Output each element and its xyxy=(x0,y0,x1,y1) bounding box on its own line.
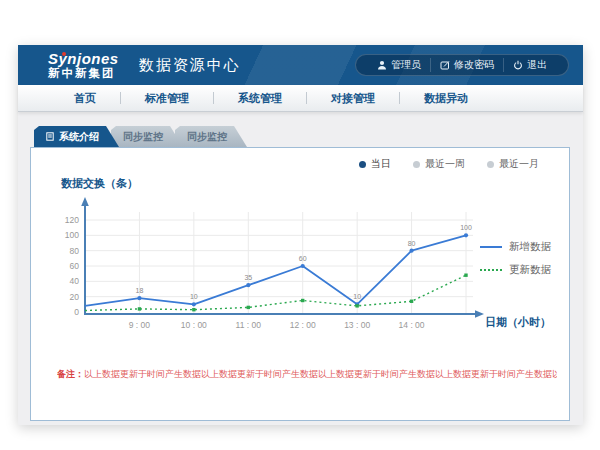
app-window: Synjones 新中新集团 数据资源中心 管理员修改密码退出 首页标准管理系统… xyxy=(18,45,583,425)
svg-text:11 : 00: 11 : 00 xyxy=(236,320,262,330)
page-background: Synjones 新中新集团 数据资源中心 管理员修改密码退出 首页标准管理系统… xyxy=(0,0,600,450)
main-nav: 首页标准管理系统管理对接管理数据异动 xyxy=(18,85,583,112)
chart-legend: 新增数据更新数据 xyxy=(480,240,551,277)
user-icon xyxy=(377,60,387,70)
nav-item-3[interactable]: 系统管理 xyxy=(214,91,306,106)
radio-unselected-icon xyxy=(487,161,494,168)
svg-text:10: 10 xyxy=(190,293,198,300)
svg-text:100: 100 xyxy=(460,224,472,231)
svg-text:60: 60 xyxy=(299,255,307,262)
time-range-options: 当日最近一周最近一月 xyxy=(43,156,557,172)
legend-item-1: 新增数据 xyxy=(480,240,551,254)
x-axis-title: 日期（小时） xyxy=(485,315,551,330)
legend-label: 更新数据 xyxy=(509,263,551,277)
logout-button[interactable]: 退出 xyxy=(503,58,556,72)
logo-text-cn: 新中新集团 xyxy=(48,67,119,79)
radio-unselected-icon xyxy=(413,161,420,168)
nav-item-2[interactable]: 标准管理 xyxy=(121,91,213,106)
svg-text:10 : 00: 10 : 00 xyxy=(181,320,207,330)
range-option-label: 最近一月 xyxy=(499,157,539,171)
dotted-line-swatch xyxy=(480,269,502,271)
app-title: 数据资源中心 xyxy=(139,56,241,75)
solid-line-swatch xyxy=(480,246,502,248)
app-header: Synjones 新中新集团 数据资源中心 管理员修改密码退出 xyxy=(18,45,583,85)
range-option-label: 当日 xyxy=(371,157,391,171)
nav-item-1[interactable]: 首页 xyxy=(50,91,120,106)
svg-text:60: 60 xyxy=(70,261,80,271)
svg-text:13 : 00: 13 : 00 xyxy=(344,320,370,330)
svg-text:12 : 00: 12 : 00 xyxy=(290,320,316,330)
tab-2[interactable]: 同步监控 xyxy=(111,126,183,147)
svg-text:0: 0 xyxy=(74,307,79,317)
logout-button-label: 退出 xyxy=(527,58,547,72)
chart-container: 0204060801001209 : 0010 : 0011 : 0012 : … xyxy=(43,194,557,354)
nav-item-4[interactable]: 对接管理 xyxy=(307,91,399,106)
svg-text:80: 80 xyxy=(70,246,80,256)
tab-label: 同步监控 xyxy=(123,130,163,144)
footnote-text: 以上数据更新于时间产生数据以上数据更新于时间产生数据以上数据更新于时间产生数据以… xyxy=(84,369,557,379)
footnote-label: 备注： xyxy=(57,369,84,379)
footnote: 备注：以上数据更新于时间产生数据以上数据更新于时间产生数据以上数据更新于时间产生… xyxy=(57,368,557,381)
svg-text:100: 100 xyxy=(65,230,79,240)
range-option-3[interactable]: 最近一月 xyxy=(487,157,539,171)
svg-text:120: 120 xyxy=(65,215,79,225)
current-user-label: 管理员 xyxy=(391,58,421,72)
legend-item-2: 更新数据 xyxy=(480,263,551,277)
change-password-button-label: 修改密码 xyxy=(454,58,494,72)
tab-label: 同步监控 xyxy=(187,130,227,144)
svg-text:14 : 00: 14 : 00 xyxy=(399,320,425,330)
user-menu: 管理员修改密码退出 xyxy=(355,54,569,76)
svg-text:40: 40 xyxy=(70,276,80,286)
svg-text:9 : 00: 9 : 00 xyxy=(129,320,151,330)
tab-label: 系统介绍 xyxy=(59,130,99,144)
range-option-label: 最近一周 xyxy=(425,157,465,171)
edit-icon xyxy=(440,60,450,70)
tab-bar: 系统介绍同步监控同步监控 xyxy=(34,126,583,147)
logo-text-en: Synjones xyxy=(48,51,119,67)
y-axis-title: 数据交换（条） xyxy=(61,176,557,192)
synjones-logo: Synjones 新中新集团 xyxy=(48,51,119,79)
svg-text:35: 35 xyxy=(244,274,252,281)
document-icon xyxy=(46,132,54,141)
svg-text:18: 18 xyxy=(136,287,144,294)
radio-selected-icon xyxy=(359,161,366,168)
line-chart: 0204060801001209 : 0010 : 0011 : 0012 : … xyxy=(51,194,491,354)
tab-3[interactable]: 同步监控 xyxy=(175,126,247,147)
svg-text:20: 20 xyxy=(70,292,80,302)
power-icon xyxy=(513,60,523,70)
nav-item-5[interactable]: 数据异动 xyxy=(400,91,492,106)
legend-label: 新增数据 xyxy=(509,240,551,254)
svg-text:10: 10 xyxy=(353,293,361,300)
range-option-1[interactable]: 当日 xyxy=(359,157,391,171)
content-card: 当日最近一周最近一月 数据交换（条） 0204060801001209 : 00… xyxy=(30,147,570,421)
tab-1[interactable]: 系统介绍 xyxy=(34,126,119,147)
svg-text:80: 80 xyxy=(408,240,416,247)
current-user[interactable]: 管理员 xyxy=(368,58,430,72)
range-option-2[interactable]: 最近一周 xyxy=(413,157,465,171)
change-password-button[interactable]: 修改密码 xyxy=(430,58,503,72)
content-area: 系统介绍同步监控同步监控 当日最近一周最近一月 数据交换（条） 02040608… xyxy=(18,112,583,425)
